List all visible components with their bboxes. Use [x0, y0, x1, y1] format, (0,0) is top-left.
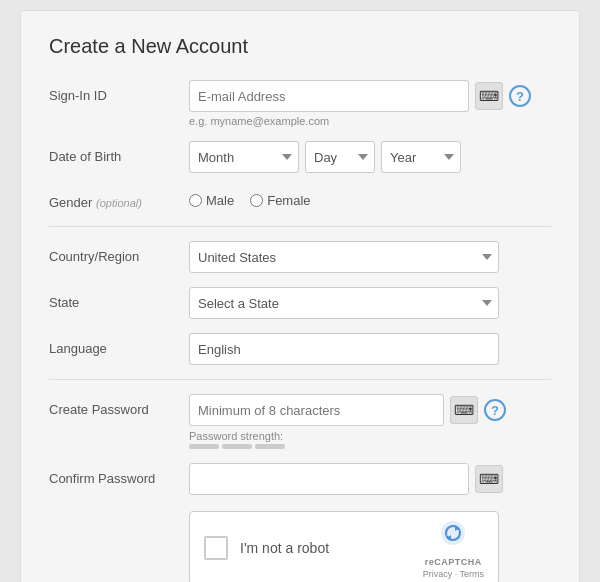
create-password-label: Create Password: [49, 394, 189, 419]
country-controls: United States Canada United Kingdom Aust…: [189, 241, 551, 273]
password-input[interactable]: [189, 394, 444, 426]
password-help-icon[interactable]: ?: [484, 399, 506, 421]
create-password-row: Create Password ⌨ ? Password strength:: [49, 394, 551, 449]
password-keyboard-icon[interactable]: ⌨: [450, 396, 478, 424]
gender-female-radio[interactable]: [250, 194, 263, 207]
password-strength: Password strength:: [189, 430, 551, 449]
language-row: Language: [49, 333, 551, 365]
email-input[interactable]: [189, 80, 469, 112]
strength-bar-2: [222, 444, 252, 449]
gender-male-option[interactable]: Male: [189, 193, 234, 208]
country-label: Country/Region: [49, 241, 189, 266]
country-select[interactable]: United States Canada United Kingdom Aust…: [189, 241, 499, 273]
section-divider-2: [49, 379, 551, 380]
captcha-left: I'm not a robot: [204, 536, 329, 560]
dob-row: Date of Birth Month JanuaryFebruaryMarch…: [49, 141, 551, 173]
day-select[interactable]: Day: [305, 141, 375, 173]
gender-row: Gender (optional) Male Female: [49, 187, 551, 212]
confirm-password-row: Confirm Password ⌨: [49, 463, 551, 495]
gender-female-option[interactable]: Female: [250, 193, 310, 208]
state-label: State: [49, 287, 189, 312]
strength-bar-1: [189, 444, 219, 449]
gender-male-radio[interactable]: [189, 194, 202, 207]
create-password-controls: ⌨ ? Password strength:: [189, 394, 551, 449]
confirm-password-input[interactable]: [189, 463, 469, 495]
language-label: Language: [49, 333, 189, 358]
section-divider: [49, 226, 551, 227]
state-row: State Select a State: [49, 287, 551, 319]
password-input-group: ⌨ ?: [189, 394, 551, 426]
state-controls: Select a State: [189, 287, 551, 319]
language-input[interactable]: [189, 333, 499, 365]
captcha-box: I'm not a robot reCAPTCHA Privacy · Term…: [189, 511, 499, 582]
month-select[interactable]: Month JanuaryFebruaryMarch AprilMayJune …: [189, 141, 299, 173]
signin-id-row: Sign-In ID ⌨ ? e.g. myname@example.com: [49, 80, 551, 127]
year-select[interactable]: Year: [381, 141, 461, 173]
state-select[interactable]: Select a State: [189, 287, 499, 319]
dob-selects: Month JanuaryFebruaryMarch AprilMayJune …: [189, 141, 551, 173]
gender-options: Male Female: [189, 187, 551, 208]
signin-id-label: Sign-In ID: [49, 80, 189, 105]
recaptcha-logo-icon: [437, 517, 469, 555]
account-creation-card: Create a New Account Sign-In ID ⌨ ? e.g.…: [20, 10, 580, 582]
recaptcha-label: reCAPTCHA: [425, 557, 482, 567]
keyboard-icon[interactable]: ⌨: [475, 82, 503, 110]
page-title: Create a New Account: [49, 35, 551, 58]
recaptcha-links: Privacy · Terms: [423, 569, 484, 579]
email-input-group: ⌨ ?: [189, 80, 551, 112]
language-controls: [189, 333, 551, 365]
confirm-password-label: Confirm Password: [49, 463, 189, 488]
captcha-container: I'm not a robot reCAPTCHA Privacy · Term…: [189, 511, 551, 582]
gender-label: Gender (optional): [49, 187, 189, 212]
dob-controls: Month JanuaryFebruaryMarch AprilMayJune …: [189, 141, 551, 173]
strength-bar-3: [255, 444, 285, 449]
confirm-keyboard-icon[interactable]: ⌨: [475, 465, 503, 493]
privacy-link[interactable]: Privacy: [423, 569, 453, 579]
dob-label: Date of Birth: [49, 141, 189, 166]
captcha-checkbox[interactable]: [204, 536, 228, 560]
country-row: Country/Region United States Canada Unit…: [49, 241, 551, 273]
gender-controls: Male Female: [189, 187, 551, 208]
email-hint: e.g. myname@example.com: [189, 115, 551, 127]
strength-bars: [189, 444, 551, 449]
captcha-text: I'm not a robot: [240, 540, 329, 556]
terms-link[interactable]: Terms: [460, 569, 485, 579]
captcha-right: reCAPTCHA Privacy · Terms: [423, 517, 484, 579]
help-icon[interactable]: ?: [509, 85, 531, 107]
signin-id-controls: ⌨ ? e.g. myname@example.com: [189, 80, 551, 127]
confirm-password-input-group: ⌨: [189, 463, 551, 495]
confirm-password-controls: ⌨: [189, 463, 551, 495]
